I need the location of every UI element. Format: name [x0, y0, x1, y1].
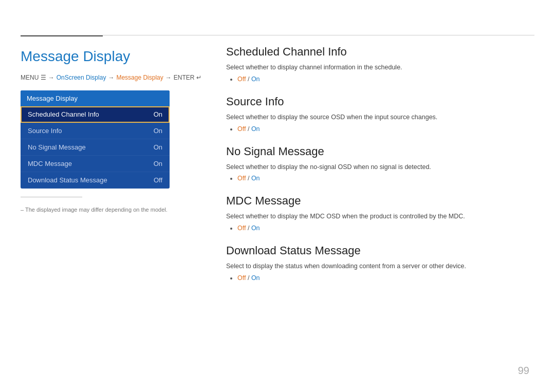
opt-off: Off [237, 175, 246, 182]
opt-off: Off [237, 274, 246, 282]
menu-item-mdc-message[interactable]: MDC Message On [21, 156, 170, 172]
section-desc-no-signal-message: Select whether to display the no-signal … [226, 162, 534, 172]
osd-menu: Message Display Scheduled Channel Info O… [21, 90, 170, 189]
section-title-scheduled-channel-info: Scheduled Channel Info [226, 45, 534, 59]
left-panel: Message Display MENU ☰ → OnScreen Displa… [21, 41, 216, 213]
opt-on: On [251, 125, 260, 133]
opt-on: On [251, 175, 260, 182]
section-no-signal-message: No Signal Message Select whether to disp… [226, 145, 534, 182]
opt-off: Off [237, 125, 246, 133]
breadcrumb-onscreen[interactable]: OnScreen Display [57, 74, 106, 81]
page-number: 99 [518, 365, 529, 377]
page-title: Message Display [21, 48, 216, 65]
breadcrumb-enter: ENTER ↵ [174, 74, 201, 81]
opt-slash: / [246, 274, 251, 282]
menu-item-value: On [154, 127, 162, 135]
menu-item-value: Off [154, 176, 162, 184]
menu-item-value: On [154, 143, 162, 151]
breadcrumb: MENU ☰ → OnScreen Display → Message Disp… [21, 74, 216, 81]
opt-slash: / [246, 125, 251, 133]
option-item: Off / On [237, 274, 534, 282]
menu-item-source-info[interactable]: Source Info On [21, 123, 170, 139]
footnote-rule [21, 197, 82, 197]
option-item: Off / On [237, 76, 534, 83]
section-scheduled-channel-info: Scheduled Channel Info Select whether to… [226, 45, 534, 83]
breadcrumb-arrow2: → [108, 74, 114, 81]
menu-item-label: Scheduled Channel Info [28, 110, 99, 118]
section-mdc-message: MDC Message Select whether to display th… [226, 194, 534, 232]
section-title-source-info: Source Info [226, 95, 534, 108]
breadcrumb-arrow3: → [165, 74, 172, 81]
menu-item-value: On [154, 160, 162, 167]
section-desc-download-status-message: Select to display the status when downlo… [226, 262, 534, 271]
option-item: Off / On [237, 125, 534, 133]
opt-slash: / [246, 76, 251, 83]
footnote: The displayed image may differ depending… [21, 207, 216, 213]
opt-slash: / [246, 175, 251, 182]
section-options-no-signal-message: Off / On [226, 175, 534, 182]
section-options-scheduled-channel-info: Off / On [226, 76, 534, 83]
section-title-mdc-message: MDC Message [226, 194, 534, 208]
menu-item-label: Source Info [28, 127, 62, 135]
breadcrumb-menu: MENU ☰ [21, 74, 46, 81]
opt-off: Off [237, 76, 246, 83]
menu-item-label: Download Status Message [28, 176, 107, 184]
option-item: Off / On [237, 225, 534, 232]
top-rule [21, 35, 534, 35]
section-desc-scheduled-channel-info: Select whether to display channel inform… [226, 63, 534, 72]
section-title-download-status-message: Download Status Message [226, 244, 534, 257]
menu-item-label: No Signal Message [28, 143, 86, 151]
breadcrumb-message[interactable]: Message Display [116, 74, 163, 81]
section-options-source-info: Off / On [226, 125, 534, 133]
breadcrumb-arrow1: → [48, 74, 54, 81]
section-desc-mdc-message: Select whether to display the MDC OSD wh… [226, 212, 534, 221]
option-item: Off / On [237, 175, 534, 182]
menu-item-no-signal-message[interactable]: No Signal Message On [21, 139, 170, 156]
opt-on: On [251, 225, 260, 232]
menu-item-label: MDC Message [28, 160, 72, 167]
section-source-info: Source Info Select whether to display th… [226, 95, 534, 133]
menu-item-scheduled-channel-info[interactable]: Scheduled Channel Info On [21, 106, 170, 123]
opt-on: On [251, 274, 260, 282]
section-options-mdc-message: Off / On [226, 225, 534, 232]
menu-item-value: On [154, 110, 162, 118]
opt-on: On [251, 76, 260, 83]
section-desc-source-info: Select whether to display the source OSD… [226, 113, 534, 122]
section-title-no-signal-message: No Signal Message [226, 145, 534, 158]
menu-item-download-status-message[interactable]: Download Status Message Off [21, 172, 170, 189]
section-download-status-message: Download Status Message Select to displa… [226, 244, 534, 282]
osd-menu-header: Message Display [21, 90, 170, 106]
right-panel: Scheduled Channel Info Select whether to… [226, 45, 534, 294]
section-options-download-status-message: Off / On [226, 274, 534, 282]
opt-off: Off [237, 225, 246, 232]
opt-slash: / [246, 225, 251, 232]
